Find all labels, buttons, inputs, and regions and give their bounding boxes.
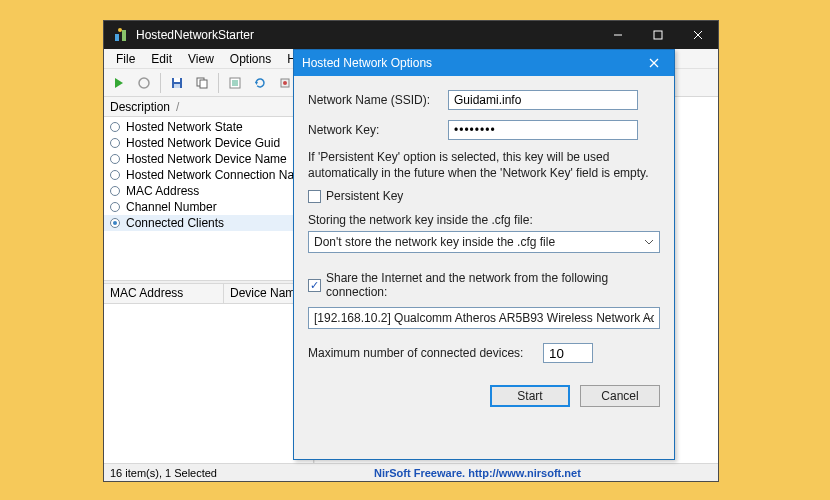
radio-icon — [110, 218, 120, 228]
list-item-label: Hosted Network Device Name — [126, 152, 287, 166]
close-button[interactable] — [678, 21, 718, 49]
description-header[interactable]: Description / — [104, 97, 313, 117]
stop-icon[interactable] — [133, 72, 155, 94]
sort-indicator-icon: / — [176, 100, 179, 114]
list-item-label: Channel Number — [126, 200, 217, 214]
share-internet-checkbox[interactable] — [308, 279, 321, 292]
store-combobox[interactable]: Don't store the network key inside the .… — [308, 231, 660, 253]
menu-options[interactable]: Options — [222, 50, 279, 68]
list-item-label: MAC Address — [126, 184, 199, 198]
list-item-label: Hosted Network Connection Name — [126, 168, 311, 182]
list-item[interactable]: Hosted Network State — [104, 119, 313, 135]
persistent-key-label: Persistent Key — [326, 189, 403, 203]
store-label: Storing the network key inside the .cfg … — [308, 213, 660, 227]
menu-file[interactable]: File — [108, 50, 143, 68]
copy-icon[interactable] — [191, 72, 213, 94]
svg-rect-1 — [122, 30, 126, 41]
dialog-title: Hosted Network Options — [302, 56, 432, 70]
toolbar-divider — [218, 73, 219, 93]
description-list[interactable]: Hosted Network State Hosted Network Devi… — [104, 117, 313, 280]
list-item[interactable]: Hosted Network Connection Name — [104, 167, 313, 183]
properties-icon[interactable] — [224, 72, 246, 94]
description-label: Description — [110, 100, 170, 114]
key-label: Network Key: — [308, 123, 448, 137]
play-icon[interactable] — [108, 72, 130, 94]
list-item-label: Hosted Network Device Guid — [126, 136, 280, 150]
start-button[interactable]: Start — [490, 385, 570, 407]
max-devices-input[interactable] — [543, 343, 593, 363]
dialog-close-button[interactable] — [634, 50, 674, 76]
ssid-input[interactable] — [448, 90, 638, 110]
titlebar-text: HostedNetworkStarter — [136, 28, 254, 42]
radio-icon — [110, 154, 120, 164]
svg-marker-18 — [255, 82, 258, 85]
radio-icon — [110, 202, 120, 212]
list-item-label: Hosted Network State — [126, 120, 243, 134]
svg-rect-4 — [654, 31, 662, 39]
persistent-key-checkbox[interactable] — [308, 190, 321, 203]
list-item[interactable]: MAC Address — [104, 183, 313, 199]
connection-combobox[interactable]: [192.168.10.2] Qualcomm Atheros AR5B93 W… — [308, 307, 660, 329]
list-item[interactable]: Hosted Network Device Guid — [104, 135, 313, 151]
radio-icon — [110, 138, 120, 148]
svg-rect-13 — [200, 80, 207, 88]
svg-rect-10 — [174, 78, 180, 82]
radio-icon — [110, 186, 120, 196]
ssid-label: Network Name (SSID): — [308, 93, 448, 107]
share-internet-label: Share the Internet and the network from … — [326, 271, 660, 299]
description-pane: Description / Hosted Network State Hoste… — [104, 97, 314, 463]
app-icon — [110, 24, 132, 46]
toolbar-divider — [160, 73, 161, 93]
status-vendor: NirSoft Freeware. — [374, 467, 465, 479]
store-value: Don't store the network key inside the .… — [314, 235, 555, 249]
refresh-icon[interactable] — [249, 72, 271, 94]
list-item[interactable]: Hosted Network Device Name — [104, 151, 313, 167]
connection-value: [192.168.10.2] Qualcomm Atheros AR5B93 W… — [314, 311, 654, 325]
menu-edit[interactable]: Edit — [143, 50, 180, 68]
maximize-button[interactable] — [638, 21, 678, 49]
save-icon[interactable] — [166, 72, 188, 94]
grid-header: MAC Address Device Name — [104, 284, 313, 304]
radio-icon — [110, 170, 120, 180]
menu-view[interactable]: View — [180, 50, 222, 68]
grid-body[interactable] — [104, 304, 313, 463]
minimize-button[interactable] — [598, 21, 638, 49]
svg-point-2 — [118, 28, 122, 32]
svg-rect-11 — [174, 84, 180, 88]
column-header[interactable]: MAC Address — [104, 284, 224, 303]
svg-point-20 — [283, 81, 287, 85]
chevron-down-icon — [643, 235, 655, 249]
list-item[interactable]: Channel Number — [104, 199, 313, 215]
dialog-titlebar: Hosted Network Options — [294, 50, 674, 76]
persistent-note: If 'Persistent Key' option is selected, … — [308, 150, 660, 181]
list-item[interactable]: Connected Clients — [104, 215, 313, 231]
max-devices-label: Maximum number of connected devices: — [308, 346, 543, 360]
svg-marker-7 — [115, 78, 123, 88]
network-key-input[interactable] — [448, 120, 638, 140]
options-dialog: Hosted Network Options Network Name (SSI… — [293, 49, 675, 460]
radio-icon — [110, 122, 120, 132]
titlebar: HostedNetworkStarter — [104, 21, 718, 49]
chevron-down-icon — [643, 311, 655, 325]
list-item-label: Connected Clients — [126, 216, 224, 230]
cancel-button[interactable]: Cancel — [580, 385, 660, 407]
status-text: 16 item(s), 1 Selected — [110, 467, 217, 479]
statusbar: 16 item(s), 1 Selected NirSoft Freeware.… — [104, 463, 718, 481]
svg-rect-0 — [115, 34, 119, 41]
status-link[interactable]: http://www.nirsoft.net — [468, 467, 581, 479]
svg-point-8 — [139, 78, 149, 88]
